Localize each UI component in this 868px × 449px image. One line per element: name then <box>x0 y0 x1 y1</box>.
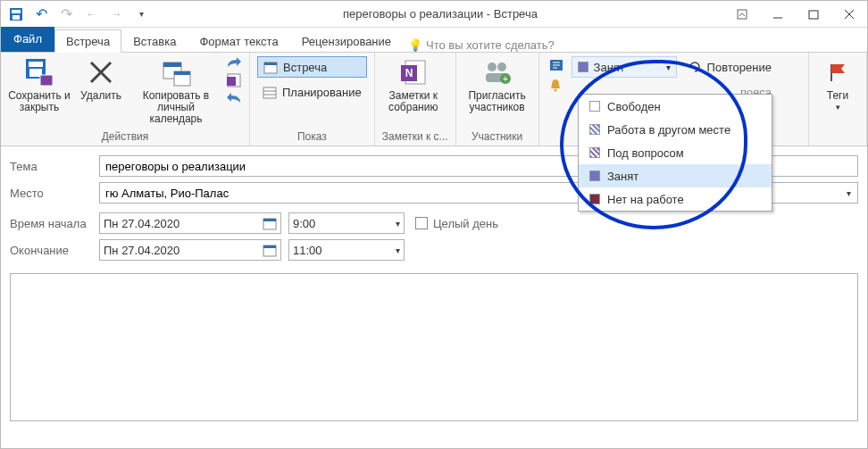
end-label: Окончание <box>10 244 99 257</box>
tell-me-icon: 💡 <box>408 38 422 52</box>
tab-review[interactable]: Рецензирование <box>290 29 403 53</box>
redo-icon[interactable]: ↷ <box>58 6 74 22</box>
status-working-elsewhere[interactable]: Работа в другом месте <box>579 118 772 141</box>
scheduling-button[interactable]: Планирование <box>257 81 367 103</box>
status-busy[interactable]: Занят <box>579 164 772 187</box>
start-label: Время начала <box>10 217 99 230</box>
recurrence-button[interactable]: Повторение <box>682 56 777 78</box>
subject-label: Тема <box>10 160 99 173</box>
tell-me-input[interactable]: Что вы хотите сделать? <box>426 38 555 52</box>
show-as-dropdown[interactable]: Занят ▾ <box>572 56 677 78</box>
svg-rect-9 <box>29 62 43 67</box>
tab-insert[interactable]: Вставка <box>121 29 188 53</box>
svg-rect-39 <box>263 245 276 248</box>
svg-rect-1 <box>12 10 21 13</box>
tab-meeting[interactable]: Встреча <box>54 29 121 53</box>
prev-icon[interactable]: ← <box>83 6 99 22</box>
svg-rect-5 <box>809 11 818 19</box>
svg-rect-11 <box>40 75 53 86</box>
qat-customize-icon[interactable]: ▾ <box>133 6 149 22</box>
calendar-picker-icon[interactable] <box>263 216 277 230</box>
calendar-copy-icon <box>160 56 192 88</box>
undo-icon[interactable]: ↶ <box>33 6 49 22</box>
busy-swatch-icon <box>589 170 600 181</box>
start-time-input[interactable]: 9:00 ▾ <box>288 212 405 234</box>
tab-file[interactable]: Файл <box>1 27 54 52</box>
show-as-menu[interactable]: Свободен Работа в другом месте Под вопро… <box>578 94 772 212</box>
svg-rect-17 <box>174 71 190 75</box>
tab-format[interactable]: Формат текста <box>188 29 289 53</box>
svg-rect-21 <box>264 62 277 65</box>
minimize-icon[interactable] <box>760 1 796 28</box>
tags-button[interactable]: Теги ▾ <box>816 56 859 113</box>
copy-calendar-button[interactable]: Копировать в личный календарь <box>131 56 221 125</box>
status-oof[interactable]: Нет на работе <box>579 187 772 211</box>
appointment-view-button[interactable]: Встреча <box>257 56 367 78</box>
reminder-icon[interactable] <box>547 76 566 94</box>
flag-icon <box>822 56 854 88</box>
svg-point-28 <box>488 62 497 71</box>
tentative-swatch-icon <box>589 147 600 158</box>
group-notes-label: Заметки к с... <box>382 129 448 144</box>
busy-swatch-icon <box>578 62 588 72</box>
svg-rect-2 <box>13 15 20 20</box>
onenote-icon: N <box>397 56 430 88</box>
location-dropdown-button[interactable]: ▾ <box>840 182 858 204</box>
meeting-notes-button[interactable]: N Заметки к собранию <box>382 56 445 113</box>
recurrence-icon <box>688 60 702 74</box>
status-free[interactable]: Свободен <box>579 95 772 118</box>
invite-attendees-button[interactable]: + Пригласить участников <box>463 56 531 113</box>
svg-rect-3 <box>738 10 747 19</box>
svg-rect-15 <box>163 62 181 67</box>
status-tentative[interactable]: Под вопросом <box>579 141 772 164</box>
svg-rect-37 <box>263 219 276 221</box>
reply-icon[interactable] <box>226 92 242 104</box>
save-close-icon <box>23 56 55 88</box>
scroll-marker-icon[interactable] <box>547 56 566 74</box>
location-label: Место <box>10 187 99 200</box>
svg-text:+: + <box>503 74 508 84</box>
svg-text:N: N <box>405 67 413 79</box>
save-icon[interactable] <box>8 6 24 22</box>
delete-button[interactable]: Удалить <box>76 56 126 102</box>
forward-icon[interactable] <box>226 56 242 69</box>
elsewhere-swatch-icon <box>589 124 600 135</box>
attendees-icon: + <box>481 56 513 88</box>
free-swatch-icon <box>589 101 600 112</box>
end-date-input[interactable]: Пн 27.04.2020 <box>99 239 281 261</box>
chevron-down-icon: ▾ <box>396 219 400 229</box>
group-show-label: Показ <box>257 129 367 144</box>
svg-point-34 <box>554 89 556 92</box>
next-icon[interactable]: → <box>108 6 124 22</box>
maximize-icon[interactable] <box>796 1 831 28</box>
all-day-checkbox[interactable]: Целый день <box>415 217 498 230</box>
group-attendees-label: Участники <box>463 129 531 144</box>
oof-swatch-icon <box>589 194 600 204</box>
save-close-button[interactable]: Сохранить и закрыть <box>8 56 71 113</box>
planning-icon <box>263 85 277 99</box>
svg-rect-19 <box>227 77 236 86</box>
chevron-down-icon: ▾ <box>836 102 840 113</box>
svg-rect-22 <box>263 87 276 98</box>
body-textarea[interactable] <box>10 273 858 421</box>
delete-icon <box>85 56 117 88</box>
calendar-icon <box>263 60 278 74</box>
group-actions-label: Действия <box>8 129 242 144</box>
close-icon[interactable] <box>831 1 867 28</box>
start-date-input[interactable]: Пн 27.04.2020 <box>99 212 281 234</box>
onenote-small-icon[interactable] <box>226 72 242 88</box>
ribbon-collapse-icon[interactable] <box>724 1 760 28</box>
window-title: переговоры о реализации - Встреча <box>156 7 724 21</box>
end-time-input[interactable]: 11:00 ▾ <box>288 239 405 261</box>
svg-point-29 <box>497 62 506 71</box>
chevron-down-icon: ▾ <box>396 245 400 255</box>
calendar-picker-icon[interactable] <box>263 243 277 257</box>
chevron-down-icon: ▾ <box>666 62 671 72</box>
